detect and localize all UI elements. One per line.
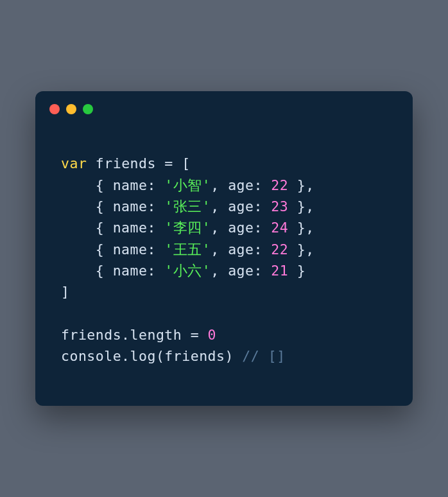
punct: { bbox=[61, 263, 113, 279]
number: 22 bbox=[271, 177, 288, 193]
code-block: var friends = [ { name: '小智', age: 22 },… bbox=[35, 121, 413, 405]
maximize-icon[interactable] bbox=[83, 104, 93, 114]
number: 22 bbox=[271, 241, 288, 257]
punct: : bbox=[254, 198, 271, 214]
prop-age: age bbox=[228, 198, 254, 214]
punct: }, bbox=[288, 177, 314, 193]
punct: , bbox=[211, 220, 228, 236]
punct: : bbox=[254, 263, 271, 279]
prop-name: name bbox=[113, 198, 148, 214]
punct: , bbox=[211, 177, 228, 193]
punct: : bbox=[147, 220, 164, 236]
prop-age: age bbox=[228, 220, 254, 236]
window-titlebar bbox=[35, 91, 413, 121]
punct: : bbox=[147, 198, 164, 214]
prop-name: name bbox=[113, 263, 148, 279]
punct: { bbox=[61, 177, 113, 193]
prop-length: length bbox=[130, 327, 182, 343]
method-log: log bbox=[130, 348, 156, 364]
punct: : bbox=[147, 263, 164, 279]
prop-name: name bbox=[113, 241, 148, 257]
comment: // [] bbox=[242, 348, 285, 364]
punct: { bbox=[61, 198, 113, 214]
prop-name: name bbox=[113, 177, 148, 193]
punct: }, bbox=[288, 198, 314, 214]
punct: : bbox=[254, 241, 271, 257]
punct: }, bbox=[288, 241, 314, 257]
prop-age: age bbox=[228, 177, 254, 193]
punct: . bbox=[121, 348, 130, 364]
identifier-friends: friends bbox=[96, 155, 156, 171]
identifier-console: console bbox=[61, 348, 121, 364]
punct: : bbox=[147, 241, 164, 257]
prop-name: name bbox=[113, 220, 148, 236]
punct: { bbox=[61, 220, 113, 236]
punct: ( bbox=[156, 348, 164, 364]
identifier: friends bbox=[164, 348, 225, 364]
number: 0 bbox=[208, 327, 216, 343]
string: '王五' bbox=[164, 241, 211, 257]
string: '小智' bbox=[164, 177, 211, 193]
number: 21 bbox=[271, 263, 288, 279]
punct: : bbox=[254, 220, 271, 236]
close-icon[interactable] bbox=[49, 104, 60, 114]
number: 24 bbox=[271, 220, 288, 236]
identifier: friends bbox=[61, 327, 121, 343]
punct: } bbox=[288, 263, 306, 279]
punct: : bbox=[254, 177, 271, 193]
punct: . bbox=[121, 327, 130, 343]
punct: ) bbox=[225, 348, 242, 364]
string: '张三' bbox=[164, 198, 211, 214]
punct: , bbox=[211, 241, 228, 257]
code-window: var friends = [ { name: '小智', age: 22 },… bbox=[35, 91, 413, 405]
prop-age: age bbox=[228, 263, 254, 279]
prop-age: age bbox=[228, 241, 254, 257]
space bbox=[87, 155, 95, 171]
punct: , bbox=[211, 263, 228, 279]
minimize-icon[interactable] bbox=[66, 104, 76, 114]
number: 23 bbox=[271, 198, 288, 214]
punct: { bbox=[61, 241, 113, 257]
punct: = bbox=[182, 327, 207, 343]
punct: , bbox=[211, 198, 228, 214]
string: '李四' bbox=[164, 220, 211, 236]
punct: ] bbox=[61, 284, 69, 300]
punct: = [ bbox=[156, 155, 191, 171]
string: '小六' bbox=[164, 263, 211, 279]
punct: }, bbox=[288, 220, 314, 236]
keyword-var: var bbox=[61, 155, 87, 171]
punct: : bbox=[147, 177, 164, 193]
